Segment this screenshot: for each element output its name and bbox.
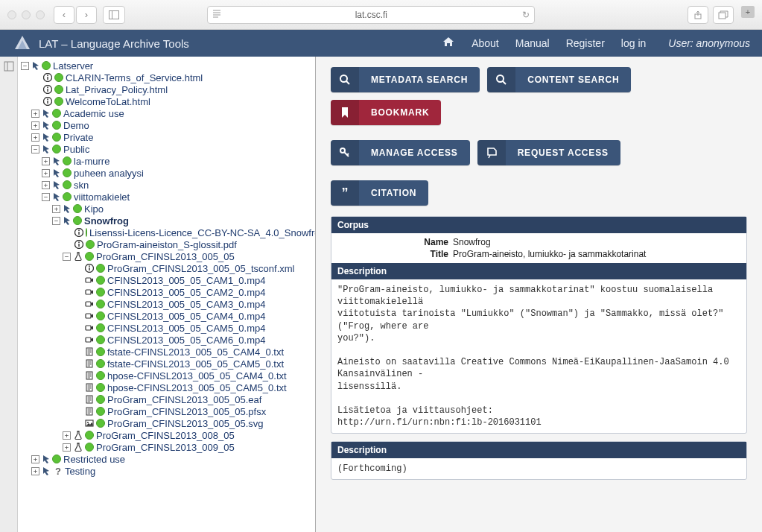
tree-item[interactable]: ProGram_CFINSL2013_005_05 (96, 251, 235, 262)
status-dot (52, 121, 61, 130)
tree-pane[interactable]: −Latserver CLARIN-Terms_of_Service.html … (18, 57, 316, 532)
tree-item[interactable]: ProGram_CFINSL2013_008_05 (96, 430, 235, 441)
tree-item[interactable]: fstate-CFINSL2013_005_05_CAM5_0.txt (107, 358, 284, 370)
expander[interactable]: + (63, 443, 71, 452)
expander[interactable]: + (42, 169, 50, 177)
tree-item[interactable]: hpose-CFINSL2013_005_05_CAM5_0.txt (107, 382, 287, 393)
expander[interactable]: + (31, 121, 39, 130)
tree-item[interactable]: ProGram_CFINSL2013_009_05 (96, 442, 235, 453)
tree-item[interactable]: CFINSL2013_005_05_CAM5_0.mp4 (107, 323, 265, 334)
tree-item[interactable]: CFINSL2013_005_05_CAM6_0.mp4 (107, 335, 265, 346)
description-text: (Forthcoming) (337, 461, 740, 476)
video-icon (85, 323, 94, 332)
expander[interactable]: + (63, 431, 71, 440)
bookmark-button[interactable]: BOOKMARK (331, 100, 441, 125)
sidebar-toggle-icon[interactable] (2, 60, 16, 73)
citation-button[interactable]: ” CITATION (331, 180, 428, 206)
tabs-button[interactable] (713, 6, 734, 24)
tree-item[interactable]: ProGram-aineiston_S-glossit.pdf (97, 239, 237, 250)
expander[interactable]: − (21, 62, 29, 70)
expander[interactable]: + (42, 157, 50, 165)
tree-item[interactable]: Lisenssi-Licens-Licence_CC-BY-NC-SA_4.0_… (89, 227, 316, 238)
tree-item[interactable]: fstate-CFINSL2013_005_05_CAM4_0.txt (107, 346, 284, 358)
corpus-panel: Corpus NameSnowfrog TitleProGram-aineist… (331, 216, 747, 434)
tree-item[interactable]: ProGram_CFINSL2013_005_05.pfsx (107, 406, 266, 417)
status-dot (96, 407, 105, 416)
maximize-window[interactable] (36, 10, 45, 19)
tree-item[interactable]: CLARIN-Terms_of_Service.html (66, 72, 203, 83)
expander[interactable]: + (42, 181, 50, 189)
sidebar-toggle[interactable] (103, 6, 125, 24)
tree-item[interactable]: CFINSL2013_005_05_CAM4_0.mp4 (107, 311, 265, 322)
back-button[interactable]: ‹ (54, 6, 74, 24)
tree-item[interactable]: Restricted use (63, 454, 125, 465)
expander[interactable]: − (42, 193, 50, 201)
tree-item[interactable]: Testing (65, 466, 95, 477)
tree-item[interactable]: skn (74, 180, 89, 191)
tree-item[interactable]: CFINSL2013_005_05_CAM3_0.mp4 (107, 299, 265, 310)
expander[interactable]: + (31, 467, 39, 475)
tree-item[interactable]: puheen analyysi (74, 168, 144, 179)
bookmark-icon (331, 100, 359, 125)
status-dot (52, 109, 61, 118)
tree-item[interactable]: Lat_Privacy_Policy.html (66, 84, 168, 95)
reload-icon[interactable]: ↻ (522, 10, 530, 20)
home-link[interactable] (442, 36, 455, 51)
url-bar[interactable]: lat.csc.fi ↻ (207, 6, 535, 24)
status-dot (42, 61, 51, 70)
login-link[interactable]: log in (621, 37, 646, 49)
request-access-button[interactable]: REQUEST ACCESS (477, 140, 620, 165)
tree-item[interactable]: WelcomeToLat.html (66, 96, 150, 107)
traffic-lights (7, 10, 45, 19)
tree-item[interactable]: hpose-CFINSL2013_005_05_CAM4_0.txt (107, 370, 287, 381)
expander[interactable]: + (31, 110, 39, 118)
status-dot (86, 228, 87, 237)
tree-item[interactable]: Academic use (63, 108, 124, 119)
text-file-icon (85, 347, 94, 356)
panel-header: Corpus (331, 217, 746, 233)
tree-item[interactable]: Private (63, 132, 93, 143)
tree-item[interactable]: ProGram_CFINSL2013_005_05_tsconf.xml (107, 263, 294, 274)
tree-item[interactable]: Demo (63, 120, 89, 131)
tree-item[interactable]: Kipo (84, 203, 104, 215)
status-dot (96, 395, 105, 404)
search-icon (487, 67, 515, 92)
tree-item[interactable]: viittomakielet (74, 191, 130, 203)
svg-line-26 (346, 81, 349, 84)
register-link[interactable]: Register (566, 37, 605, 49)
expander[interactable]: + (52, 205, 60, 213)
status-dot (96, 264, 105, 273)
tree-item[interactable]: Public (63, 144, 89, 155)
expander[interactable]: − (31, 145, 39, 153)
about-link[interactable]: About (472, 37, 499, 49)
tree-item-selected[interactable]: Snowfrog (84, 215, 129, 227)
forward-button[interactable]: › (76, 6, 97, 24)
status-dot (96, 300, 105, 308)
tree-item[interactable]: CFINSL2013_005_05_CAM1_0.mp4 (107, 275, 265, 286)
status-dot (96, 359, 105, 368)
tree-item[interactable]: CFINSL2013_005_05_CAM2_0.mp4 (107, 287, 265, 298)
expander[interactable]: − (63, 253, 71, 261)
new-tab[interactable]: + (741, 6, 755, 18)
manage-access-button[interactable]: MANAGE ACCESS (331, 140, 470, 165)
tree-root[interactable]: Latserver (53, 60, 93, 72)
text-file-icon (85, 383, 94, 392)
content-search-button[interactable]: CONTENT SEARCH (487, 67, 631, 92)
pointer-icon (63, 216, 72, 225)
manual-link[interactable]: Manual (515, 37, 550, 49)
close-window[interactable] (7, 10, 16, 19)
expander[interactable]: + (31, 133, 39, 142)
expander[interactable]: − (52, 217, 60, 225)
metadata-search-button[interactable]: METADATA SEARCH (331, 67, 480, 92)
svg-line-31 (347, 153, 349, 155)
expander[interactable]: + (31, 455, 39, 463)
tree-item[interactable]: la-murre (74, 156, 109, 167)
tree-item[interactable]: ProGram_CFINSL2013_005_05.eaf (107, 394, 261, 405)
mini-sidebar (0, 57, 18, 532)
tree-item[interactable]: ProGram_CFINSL2013_005_05.svg (107, 418, 264, 429)
minimize-window[interactable] (22, 10, 31, 19)
share-button[interactable] (688, 6, 708, 24)
text-file-icon (85, 371, 94, 380)
status-dot (54, 85, 63, 94)
status-dot (63, 156, 72, 165)
